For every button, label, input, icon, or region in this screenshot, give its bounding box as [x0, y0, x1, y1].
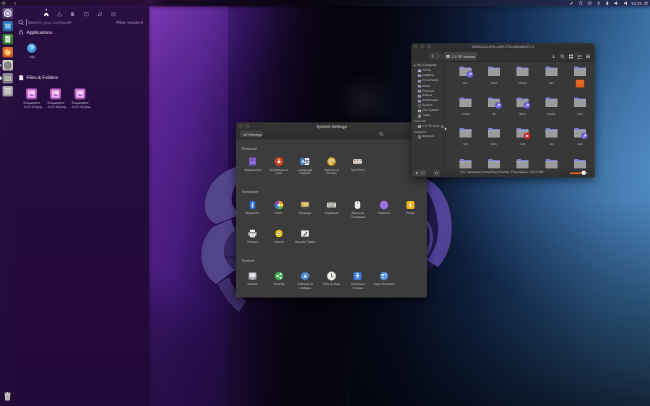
svg-text:文: 文 — [304, 159, 309, 164]
